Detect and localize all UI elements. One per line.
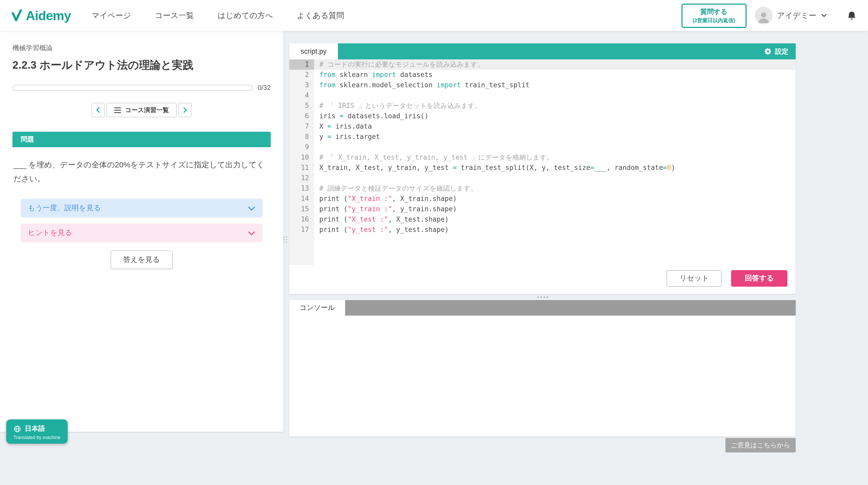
language-label: 日本語 bbox=[25, 424, 45, 433]
editor-tab-script[interactable]: script.py bbox=[289, 43, 338, 59]
console-tab[interactable]: コンソール bbox=[289, 300, 345, 316]
code-text: from sklearn import datasets bbox=[314, 70, 796, 80]
line-number: 5 bbox=[289, 101, 314, 111]
code-line[interactable]: 17print ("y_test :", y_test.shape) bbox=[289, 225, 796, 235]
nav-links: マイページ コース一覧 はじめての方へ よくある質問 bbox=[92, 10, 344, 21]
code-line[interactable]: 4 bbox=[289, 90, 796, 101]
panel-resize-handle-horizontal[interactable] bbox=[289, 294, 796, 300]
answer-row: 答えを見る bbox=[12, 251, 271, 269]
app: Aidemy マイページ コース一覧 はじめての方へ よくある質問 質問する (… bbox=[0, 0, 868, 485]
line-number: 16 bbox=[289, 214, 314, 225]
gear-icon bbox=[764, 47, 772, 55]
line-number: 6 bbox=[289, 111, 314, 121]
code-line[interactable]: 6iris = datasets.load_iris() bbox=[289, 111, 796, 121]
reset-button[interactable]: リセット bbox=[666, 270, 722, 287]
next-exercise-button[interactable] bbox=[178, 103, 192, 117]
code-text bbox=[314, 142, 796, 152]
explanation-toggle-label: もう一度、説明を見る bbox=[28, 203, 101, 213]
panel-resize-handle-vertical[interactable] bbox=[284, 236, 287, 243]
aidemy-logo[interactable]: Aidemy bbox=[11, 8, 71, 23]
line-number: 2 bbox=[289, 70, 314, 80]
progress-row: 0/32 bbox=[12, 84, 271, 91]
chevron-left-icon bbox=[96, 107, 100, 113]
code-line[interactable]: 12 bbox=[289, 173, 796, 183]
code-text: y = iris.target bbox=[314, 132, 796, 142]
line-number: 8 bbox=[289, 132, 314, 142]
code-area[interactable]: 1# コードの実行に必要なモジュールを読み込みます。2from sklearn … bbox=[289, 59, 796, 265]
editor-actions: リセット 回答する bbox=[289, 265, 796, 294]
line-number: 12 bbox=[289, 173, 314, 183]
feedback-button[interactable]: ご意見はこちらから bbox=[725, 438, 796, 452]
exercise-nav: コース演習一覧 bbox=[12, 103, 271, 117]
course-exercise-list-button[interactable]: コース演習一覧 bbox=[106, 103, 177, 117]
code-line[interactable]: 10# 「 X_train, X_test, y_train, y_test 」… bbox=[289, 152, 796, 163]
code-line[interactable]: 2from sklearn import datasets bbox=[289, 70, 796, 80]
code-text: print ("y_test :", y_test.shape) bbox=[314, 225, 796, 235]
ask-question-button[interactable]: 質問する (2営業日以内返信) bbox=[681, 3, 746, 28]
code-line[interactable]: 8y = iris.target bbox=[289, 132, 796, 142]
code-line[interactable]: 1# コードの実行に必要なモジュールを読み込みます。 bbox=[289, 59, 796, 70]
settings-label: 設定 bbox=[775, 47, 788, 56]
code-line[interactable]: 14print ("X_train :", X_train.shape) bbox=[289, 194, 796, 204]
notification-bell-icon[interactable] bbox=[847, 10, 857, 21]
aidemy-logo-icon bbox=[11, 9, 23, 22]
line-number: 7 bbox=[289, 121, 314, 132]
console-output bbox=[289, 316, 796, 437]
code-text: # 「 IRIS 」というデータセットを読み込みます。 bbox=[314, 101, 796, 111]
code-line[interactable]: 5# 「 IRIS 」というデータセットを読み込みます。 bbox=[289, 101, 796, 111]
console-tabbar: コンソール bbox=[289, 300, 796, 316]
line-number: 4 bbox=[289, 90, 314, 101]
breadcrumb: 機械学習概論 bbox=[12, 43, 271, 53]
navbar: Aidemy マイページ コース一覧 はじめての方へ よくある質問 質問する (… bbox=[0, 0, 868, 31]
code-text: from sklearn.model_selection import trai… bbox=[314, 80, 796, 90]
line-number: 9 bbox=[289, 142, 314, 152]
user-name: アイデミー bbox=[777, 10, 816, 21]
hamburger-icon bbox=[114, 107, 121, 113]
code-text bbox=[314, 90, 796, 101]
language-badge[interactable]: 日本語 Translated by machine bbox=[6, 419, 67, 444]
code-rows: 1# コードの実行に必要なモジュールを読み込みます。2from sklearn … bbox=[289, 59, 796, 235]
line-number: 17 bbox=[289, 225, 314, 235]
user-menu[interactable]: アイデミー bbox=[754, 7, 827, 24]
hint-toggle-label: ヒントを見る bbox=[28, 228, 72, 237]
line-number: 11 bbox=[289, 163, 314, 173]
lesson-panel: 機械学習概論 2.2.3 ホールドアウト法の理論と実践 0/32 コース演習一覧 bbox=[0, 31, 283, 432]
prev-exercise-button[interactable] bbox=[91, 103, 105, 117]
submit-answer-button[interactable]: 回答する bbox=[731, 270, 787, 287]
explanation-toggle[interactable]: もう一度、説明を見る bbox=[21, 199, 262, 218]
code-line[interactable]: 7X = iris.data bbox=[289, 121, 796, 132]
code-line[interactable]: 13# 訓練データと検証データのサイズを確認します。 bbox=[289, 183, 796, 194]
navbar-right: 質問する (2営業日以内返信) アイデミー bbox=[681, 3, 857, 28]
code-line[interactable]: 9 bbox=[289, 142, 796, 152]
problem-header: 問題 bbox=[12, 132, 271, 147]
console-panel: コンソール bbox=[289, 300, 796, 437]
settings-button[interactable]: 設定 bbox=[757, 43, 796, 59]
chevron-right-icon bbox=[183, 107, 187, 113]
line-number: 13 bbox=[289, 183, 314, 194]
hint-toggle[interactable]: ヒントを見る bbox=[21, 224, 262, 242]
nav-item-course-list[interactable]: コース一覧 bbox=[155, 10, 194, 21]
code-line[interactable]: 16print ("X_test :", X_test.shape) bbox=[289, 214, 796, 225]
show-answer-button[interactable]: 答えを見る bbox=[110, 251, 173, 269]
chevron-down-icon bbox=[821, 13, 827, 18]
code-line[interactable]: 15print ("y_train :", y_train.shape) bbox=[289, 204, 796, 214]
chevron-down-icon bbox=[248, 206, 255, 211]
nav-item-mypage[interactable]: マイページ bbox=[92, 10, 131, 21]
problem-text: ___ を埋め、データの全体の20%をテストサイズに指定して出力してください。 bbox=[13, 158, 270, 186]
course-exercise-list-label: コース演習一覧 bbox=[125, 106, 169, 115]
code-line[interactable]: 11X_train, X_test, y_train, y_test = tra… bbox=[289, 163, 796, 173]
line-number: 14 bbox=[289, 194, 314, 204]
workspace: script.py 設定 1# コードの実行に必要なモジュールを読み込みます。2… bbox=[289, 43, 796, 437]
code-text bbox=[314, 173, 796, 183]
nav-item-beginners[interactable]: はじめての方へ bbox=[218, 10, 273, 21]
line-number: 15 bbox=[289, 204, 314, 214]
nav-item-faq[interactable]: よくある質問 bbox=[297, 10, 344, 21]
code-line[interactable]: 3from sklearn.model_selection import tra… bbox=[289, 80, 796, 90]
code-editor-panel: script.py 設定 1# コードの実行に必要なモジュールを読み込みます。2… bbox=[289, 43, 796, 294]
progress-label: 0/32 bbox=[257, 84, 271, 91]
progress-bar bbox=[12, 85, 252, 91]
toggle-group: もう一度、説明を見る ヒントを見る bbox=[12, 199, 271, 242]
line-number: 10 bbox=[289, 152, 314, 163]
code-text: print ("y_train :", y_train.shape) bbox=[314, 204, 796, 214]
code-text: print ("X_train :", X_train.shape) bbox=[314, 194, 796, 204]
